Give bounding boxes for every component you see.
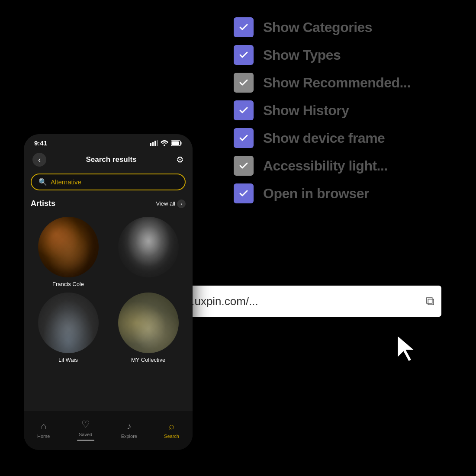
checklist-item-5[interactable]: Show device frame xyxy=(234,128,411,148)
nav-item-search[interactable]: ⌕ Search xyxy=(164,421,179,439)
artist-avatar-2 xyxy=(118,217,179,277)
checklist-label-6: Accessibility light... xyxy=(263,158,388,174)
bottom-nav: ⌂ Home ♡ Saved ♪ Explore ⌕ Search xyxy=(24,411,193,450)
artist-card-2[interactable] xyxy=(111,217,186,287)
checklist-label-1: Show Categories xyxy=(263,19,372,35)
nav-label-saved: Saved xyxy=(79,432,92,437)
checkbox-5[interactable] xyxy=(234,128,254,148)
artist-avatar-1 xyxy=(38,217,99,277)
checklist-item-4[interactable]: Show History xyxy=(234,100,411,120)
status-icons xyxy=(150,140,182,146)
search-input-value[interactable]: Alternative xyxy=(51,178,81,186)
artist-name-1: Francis Cole xyxy=(52,281,84,287)
checklist-label-4: Show History xyxy=(263,103,349,119)
explore-icon: ♪ xyxy=(127,421,132,432)
checklist-item-3[interactable]: Show Recommended... xyxy=(234,73,411,93)
copy-icon[interactable]: ⧉ xyxy=(426,294,434,309)
artist-name-3: Lil Wais xyxy=(58,357,78,363)
checklist-label-3: Show Recommended... xyxy=(263,75,411,91)
artist-avatar-4 xyxy=(118,293,179,353)
artists-section-title: Artists xyxy=(31,199,55,208)
svg-point-4 xyxy=(164,145,165,146)
view-all-button[interactable]: View all › xyxy=(156,199,186,208)
artist-grid: Francis Cole Lil Wais MY Collective xyxy=(24,217,193,363)
nav-label-search: Search xyxy=(164,434,179,439)
checkbox-6[interactable] xyxy=(234,156,254,176)
home-icon: ⌂ xyxy=(41,421,46,432)
checkbox-1[interactable] xyxy=(234,17,254,37)
checklist-item-1[interactable]: Show Categories xyxy=(234,17,411,37)
search-nav-icon: ⌕ xyxy=(169,421,174,432)
checklist-item-2[interactable]: Show Types xyxy=(234,45,411,65)
checklist-item-7[interactable]: Open in browser xyxy=(234,183,411,203)
top-nav: ‹ Search results ⚙ xyxy=(24,149,193,170)
back-button[interactable]: ‹ xyxy=(32,153,46,167)
search-bar[interactable]: 🔍 Alternative xyxy=(31,174,186,190)
checklist-item-6[interactable]: Accessibility light... xyxy=(234,156,411,176)
checkbox-7[interactable] xyxy=(234,183,254,203)
svg-rect-2 xyxy=(154,141,156,146)
search-bar-container: 🔍 Alternative xyxy=(24,170,193,194)
status-bar: 9:41 xyxy=(24,134,193,149)
svg-rect-3 xyxy=(157,140,158,146)
artist-card-4[interactable]: MY Collective xyxy=(111,293,186,363)
artist-card-1[interactable]: Francis Cole xyxy=(31,217,106,287)
nav-title: Search results xyxy=(86,155,136,164)
checklist-label-5: Show device frame xyxy=(263,130,385,146)
search-icon: 🔍 xyxy=(39,178,47,186)
nav-item-saved[interactable]: ♡ Saved xyxy=(77,419,94,441)
cursor xyxy=(394,333,420,363)
svg-rect-6 xyxy=(172,141,179,145)
nav-item-home[interactable]: ⌂ Home xyxy=(37,421,50,439)
status-time: 9:41 xyxy=(34,139,47,147)
nav-label-home: Home xyxy=(37,434,50,439)
phone-content: 9:41 ‹ Search results ⚙ 🔍 Alternative xyxy=(24,134,193,411)
phone: 9:41 ‹ Search results ⚙ 🔍 Alternative xyxy=(24,134,193,450)
view-all-arrow-icon: › xyxy=(177,199,186,208)
artists-section: Artists View all › xyxy=(24,194,193,217)
saved-icon: ♡ xyxy=(81,419,90,430)
checklist-panel: Show Categories Show Types Show Recommen… xyxy=(234,17,411,203)
checkbox-4[interactable] xyxy=(234,100,254,120)
saved-indicator xyxy=(77,440,94,441)
checklist-label-7: Open in browser xyxy=(263,186,369,202)
nav-item-explore[interactable]: ♪ Explore xyxy=(121,421,137,439)
svg-rect-1 xyxy=(152,142,154,146)
artist-avatar-3 xyxy=(38,293,99,353)
artist-card-3[interactable]: Lil Wais xyxy=(31,293,106,363)
artist-name-4: MY Collective xyxy=(131,357,165,363)
checkbox-3[interactable] xyxy=(234,73,254,93)
svg-rect-7 xyxy=(180,142,182,145)
checklist-label-2: Show Types xyxy=(263,47,341,63)
settings-button[interactable]: ⚙ xyxy=(176,154,184,165)
nav-label-explore: Explore xyxy=(121,434,137,439)
checkbox-2[interactable] xyxy=(234,45,254,65)
svg-rect-0 xyxy=(150,143,151,146)
section-header: Artists View all › xyxy=(31,199,186,208)
